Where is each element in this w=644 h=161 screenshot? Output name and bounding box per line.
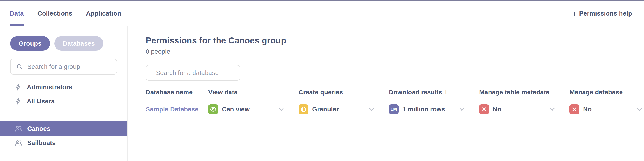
group-member-count: 0 people	[146, 48, 644, 55]
sidebar-item-label: All Users	[27, 98, 54, 105]
permission-value: Granular	[312, 106, 339, 113]
sidebar-divider	[10, 114, 117, 115]
download-results-dropdown[interactable]: 1M 1 million rows	[389, 101, 479, 118]
groups-sidebar: Groups Databases Administrators All User…	[0, 26, 128, 160]
chevron-down-icon	[548, 106, 556, 113]
toggle-groups-button[interactable]: Groups	[10, 36, 50, 51]
chevron-down-icon	[278, 106, 285, 113]
tab-data[interactable]: Data	[10, 1, 24, 26]
sidebar-item-label: Sailboats	[27, 139, 56, 146]
permission-value: 1 million rows	[402, 106, 445, 113]
close-icon	[572, 106, 577, 112]
group-search-input[interactable]	[27, 63, 111, 70]
info-icon: i	[574, 10, 575, 16]
database-search[interactable]	[146, 65, 240, 81]
contrast-icon	[300, 106, 307, 112]
tab-application[interactable]: Application	[86, 1, 122, 26]
search-icon	[16, 63, 23, 70]
page-title: Permissions for the Canoes group	[146, 36, 644, 45]
permission-value: No	[493, 106, 501, 113]
permissions-help-button[interactable]: i Permissions help	[574, 1, 632, 26]
chevron-down-icon	[368, 106, 375, 113]
column-header-download-results: Download results i	[389, 88, 479, 100]
chevron-down-icon	[458, 106, 466, 113]
create-queries-dropdown[interactable]: Granular	[298, 101, 389, 118]
column-header-manage-database: Manage database	[570, 88, 644, 100]
sidebar-item-all-users[interactable]: All Users	[0, 94, 127, 108]
bolt-icon	[14, 84, 22, 91]
toggle-databases-button[interactable]: Databases	[54, 36, 103, 51]
info-icon[interactable]: i	[445, 90, 446, 95]
manage-table-metadata-dropdown[interactable]: No	[479, 101, 570, 118]
permissions-table: Database name View data Create queries D…	[146, 81, 644, 118]
table-header-row: Database name View data Create queries D…	[146, 81, 644, 101]
group-search[interactable]	[10, 59, 117, 74]
sidebar-item-label: Administrators	[27, 84, 72, 91]
permissions-nav: Data Collections Application i Permissio…	[0, 1, 644, 26]
permission-value: Can view	[222, 106, 250, 113]
permissions-help-label: Permissions help	[579, 10, 632, 17]
group-icon	[14, 139, 22, 147]
nav-tabs: Data Collections Application	[10, 1, 121, 26]
permission-value: No	[583, 106, 592, 113]
sidebar-item-label: Canoes	[27, 125, 50, 132]
sidebar-item-sailboats[interactable]: Sailboats	[0, 136, 127, 150]
eye-icon	[210, 106, 216, 113]
table-row: Sample Database Can view	[146, 101, 644, 118]
column-header-create-queries: Create queries	[298, 88, 389, 100]
database-link[interactable]: Sample Database	[146, 106, 198, 113]
1m-badge: 1M	[390, 107, 397, 112]
sidebar-item-canoes[interactable]: Canoes	[0, 122, 127, 136]
tab-collections[interactable]: Collections	[38, 1, 72, 26]
database-name-cell: Sample Database	[146, 101, 208, 118]
close-icon	[481, 106, 487, 112]
sidebar-item-administrators[interactable]: Administrators	[0, 80, 127, 94]
permissions-main: Permissions for the Canoes group 0 peopl…	[128, 26, 644, 160]
group-icon	[14, 125, 22, 132]
column-header-view-data: View data	[208, 88, 298, 100]
column-header-database-name: Database name	[146, 88, 208, 100]
database-search-input[interactable]	[156, 69, 238, 76]
chevron-down-icon	[636, 106, 643, 113]
manage-database-dropdown[interactable]: No	[570, 101, 644, 118]
bolt-icon	[14, 98, 22, 105]
column-header-manage-table-metadata: Manage table metadata	[479, 88, 570, 100]
view-data-dropdown[interactable]: Can view	[208, 101, 298, 118]
